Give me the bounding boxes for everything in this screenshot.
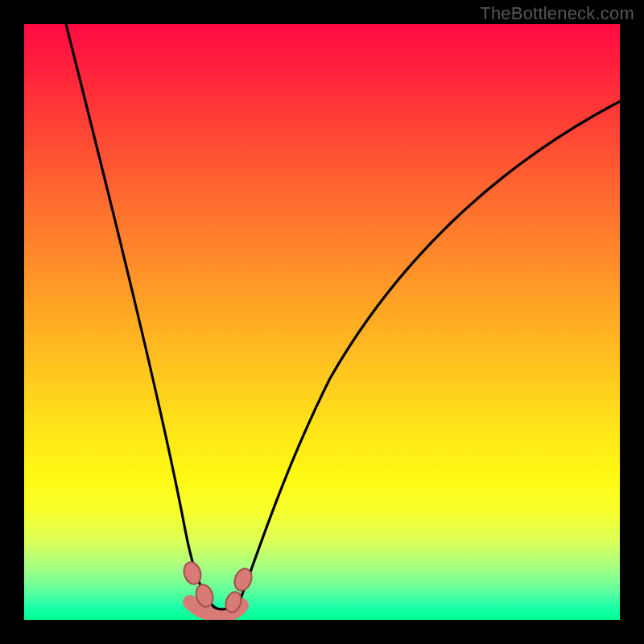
left-limb-curve [66, 24, 214, 607]
right-limb-curve [240, 101, 620, 601]
plot-area [24, 24, 620, 620]
chart-frame: TheBottleneck.com [0, 0, 644, 644]
curve-layer [24, 24, 620, 620]
attribution-watermark: TheBottleneck.com [480, 3, 634, 24]
